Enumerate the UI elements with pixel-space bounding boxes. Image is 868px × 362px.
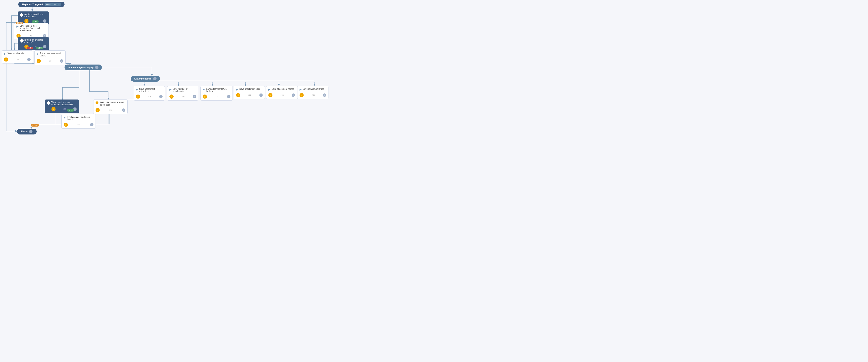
save-names-num: #30 [280,94,283,96]
save-incident-files-arrow-icon: ▶ [17,25,19,28]
save-email-details-num: #2 [17,59,19,61]
condition2-node: Is there an email file attached? ⚡ #1 i [18,37,49,50]
condition3-lightning-icon[interactable]: ⚡ [52,107,56,111]
done-node: Done i [17,129,37,134]
save-names-lightning-icon[interactable]: ⚡ [268,93,273,97]
condition3-label: Were email headers extracted successfull… [52,101,76,106]
save-number-num: #27 [182,95,185,98]
save-types-node: ▶ Save attachment types ⚡ #31 i [297,86,329,99]
save-types-info-icon[interactable]: i [323,93,326,97]
display-headers-arrow-icon: ▶ [64,116,66,119]
save-sizes-num: #23 [248,94,251,96]
set-incident-node: ⚡ Set incident with the email object dat… [93,99,128,114]
attachment-info-icon[interactable]: i [153,77,157,80]
save-types-lightning-icon[interactable]: ⚡ [300,93,304,97]
extract-save-lightning-icon[interactable]: ⚡ [37,59,41,63]
extract-save-arrow-icon: ▶ [37,52,39,55]
condition1-info-icon[interactable]: i [43,19,46,23]
set-incident-icon: ⚡ [96,101,98,104]
no-badge-2: NO [27,47,33,49]
save-extensions-lightning-icon[interactable]: ⚡ [136,94,140,99]
save-incident-files-num: #24 [30,35,33,37]
incident-layout-label: Incident Layout Display [68,66,93,69]
else-badge-1: ELSE [16,22,23,24]
save-sizes-node: ▶ Save attachment sizes ⚡ #23 i [234,86,265,99]
save-email-details-node: ▶ Save email details ⚡ #2 i [2,50,33,63]
extract-save-num: #3 [49,60,52,62]
save-number-info-icon[interactable]: i [193,95,196,98]
condition2-label: Is there an email file attached? [24,39,46,43]
yes-badge-3: YES [67,109,74,112]
yes-badge-1: YES [32,21,39,23]
save-types-arrow-icon: ▶ [300,88,302,91]
save-email-details-info-icon[interactable]: i [27,58,31,61]
extract-save-info-icon[interactable]: i [60,59,63,63]
save-md5-num: #28 [215,95,219,98]
save-names-info-icon[interactable]: i [291,93,295,97]
extract-save-email-node: ▶ Extract and save email details ⚡ #3 i [34,50,66,65]
attachment-info-label: Attachment Info [134,78,152,80]
save-sizes-arrow-icon: ▶ [236,88,238,91]
done-label: Done [21,130,28,133]
save-extensions-node: ▶ Save attachment extensions ⚡ #26 i [134,86,165,100]
condition3-num: #20 [63,108,66,110]
condition1-diamond-icon [20,13,24,17]
save-sizes-label: Save attachment sizes [239,88,260,90]
save-md5-node: ▶ Save attachment MD5 hashes ⚡ #28 i [200,86,233,100]
display-headers-node: ▶ Display email headers in layout ⚡ #21 … [61,114,96,129]
save-email-details-lightning-icon[interactable]: ⚡ [4,57,8,62]
set-incident-num: #10 [109,109,113,111]
set-incident-label: Set incident with the email object data [100,101,125,106]
set-incident-info-icon[interactable]: i [122,109,125,112]
save-incident-files-label: Save incident files separately from emai… [20,25,46,32]
save-extensions-label: Save attachment extensions [139,88,162,92]
trigger-node: Playbook Triggered Inputs / Outputs [18,2,65,7]
trigger-label: Playbook Triggered [22,3,43,6]
yes-badge-2: YES [36,47,43,49]
incident-layout-info-icon[interactable]: i [95,66,98,69]
save-sizes-lightning-icon[interactable]: ⚡ [236,93,240,97]
save-names-arrow-icon: ▶ [268,88,270,91]
save-extensions-info-icon[interactable]: i [159,95,162,98]
save-md5-info-icon[interactable]: i [227,95,230,98]
set-incident-lightning-icon[interactable]: ⚡ [96,108,100,112]
save-md5-lightning-icon[interactable]: ⚡ [203,94,207,99]
save-names-node: ▶ Save attachment names ⚡ #30 i [266,86,297,99]
done-info-icon[interactable]: i [29,130,32,133]
save-types-label: Save attachment types [303,88,324,90]
condition2-info-icon[interactable]: i [43,45,46,48]
else-badge-2: ELSE [31,124,39,126]
save-number-arrow-icon: ▶ [169,88,172,91]
extract-save-label: Extract and save email details [40,52,63,57]
save-number-node: ▶ Save number of attachments ⚡ #27 i [167,86,198,100]
condition3-diamond-icon [46,101,51,105]
save-email-details-arrow-icon: ▶ [4,52,6,55]
display-headers-lightning-icon[interactable]: ⚡ [64,123,68,127]
save-md5-label: Save attachment MD5 hashes [206,88,230,92]
inputs-outputs-badge[interactable]: Inputs / Outputs [44,3,61,6]
condition1-lightning-icon[interactable]: ⚡ [24,19,29,23]
display-headers-info-icon[interactable]: i [90,123,93,126]
display-headers-label: Display email headers in layout [67,116,93,121]
attachment-info-node[interactable]: Attachment Info i [131,76,160,82]
save-extensions-arrow-icon: ▶ [136,88,138,91]
save-number-lightning-icon[interactable]: ⚡ [169,94,174,99]
save-number-label: Save number of attachments [173,88,196,92]
save-md5-arrow-icon: ▶ [203,88,205,91]
condition1-label: Are there any files in the incident? [24,13,46,18]
condition2-diamond-icon [20,38,24,43]
save-email-details-label: Save email details [7,52,24,55]
save-extensions-num: #26 [148,95,151,98]
save-types-num: #31 [312,94,315,96]
display-headers-num: #21 [78,124,81,126]
save-names-label: Save attachment names [272,88,294,90]
incident-layout-display-node[interactable]: Incident Layout Display i [65,64,102,70]
save-sizes-info-icon[interactable]: i [259,93,263,97]
